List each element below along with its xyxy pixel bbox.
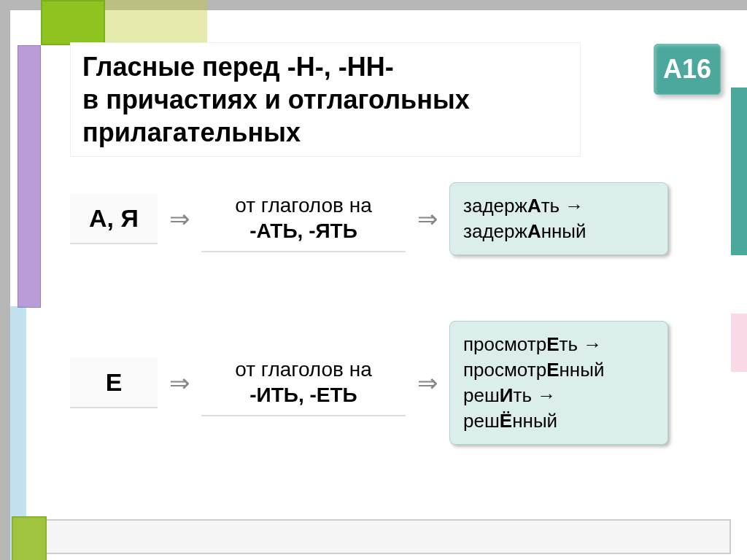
arrow-right-icon: ⇒ [410, 204, 445, 233]
vowel-label: А, Я [70, 194, 158, 244]
deco-olive-rect [105, 0, 207, 45]
rule-row-2: Е ⇒ от глаголов на -ИТЬ, -ЕТЬ ⇒ просмотр… [70, 321, 668, 445]
arrow-right-icon: ⇒ [162, 204, 197, 233]
slide-title: Гласные перед -Н-, -НН-в причастиях и от… [70, 42, 581, 157]
rule-box: от глаголов на -ИТЬ, -ЕТЬ [201, 349, 406, 416]
rule-row-1: А, Я ⇒ от глаголов на -АТЬ, -ЯТЬ ⇒ задер… [70, 182, 668, 255]
deco-bottom-bar [42, 519, 731, 554]
vowel-label: Е [70, 358, 158, 408]
frame-left [0, 0, 10, 560]
deco-pink-right [731, 314, 747, 372]
arrow-right-icon: ⇒ [162, 368, 197, 397]
rule-suffix: -АТЬ, -ЯТЬ [249, 219, 357, 242]
deco-purple-strip [18, 45, 41, 308]
deco-green-square [41, 0, 105, 45]
example-box: просмотрЕть →просмотрЕнныйрешИть →решЁнн… [449, 321, 668, 445]
rule-prefix: от глаголов на [235, 194, 372, 217]
rule-prefix: от глаголов на [235, 358, 372, 381]
example-box: задержАть →задержАнный [449, 182, 668, 255]
task-badge: А16 [654, 44, 721, 95]
rule-suffix: -ИТЬ, -ЕТЬ [249, 384, 357, 406]
arrow-right-icon: ⇒ [410, 368, 445, 397]
rule-box: от глаголов на -АТЬ, -ЯТЬ [201, 185, 406, 252]
deco-teal-right [731, 88, 747, 255]
